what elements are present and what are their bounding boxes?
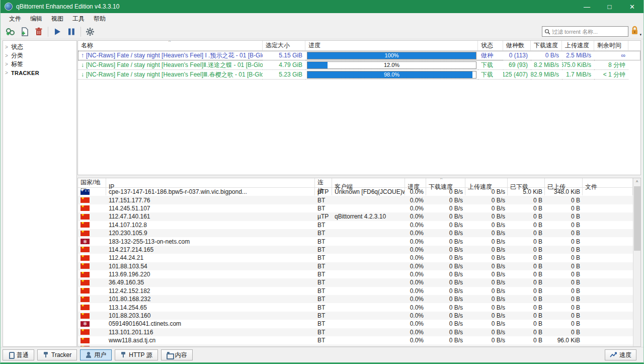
peer-column-header[interactable]: 已下载 xyxy=(508,178,545,195)
sidebar-item-group[interactable]: > 标签 xyxy=(3,60,76,68)
peer-column-header[interactable]: 已上传 xyxy=(545,178,583,195)
tab-http-source[interactable]: HTTP 源 xyxy=(115,349,157,360)
peer-downloaded: 0 B xyxy=(508,278,545,286)
peer-row[interactable]: 112.42.152.182 BT 0.0% 0 B/s 0 B/s 0 B 0… xyxy=(78,287,633,295)
torrent-dl-speed: 82.9 MiB/s xyxy=(531,70,562,80)
peer-row[interactable]: 117.151.177.76 BT 0.0% 0 B/s 0 B/s 0 B 0… xyxy=(78,196,633,204)
peer-downloaded: 0 B xyxy=(508,303,545,311)
peer-column-header[interactable]: 客户端 xyxy=(332,178,405,195)
peer-uploaded: 0 B xyxy=(545,328,583,336)
add-torrent-link-button[interactable] xyxy=(4,25,18,38)
peer-downloaded: 0 B xyxy=(508,204,545,212)
peer-row[interactable]: 36.49.160.35 BT 0.0% 0 B/s 0 B/s 0 B 0 B xyxy=(78,278,633,286)
menu-item[interactable]: 文件 xyxy=(5,14,26,24)
peer-connection: BT xyxy=(315,312,332,320)
torrent-column-header[interactable]: 下载速度 xyxy=(531,41,562,50)
tab-peers[interactable]: 用户 xyxy=(80,349,112,360)
scrollbar-thumb[interactable] xyxy=(634,186,640,251)
peer-row[interactable]: 101.88.103.54 BT 0.0% 0 B/s 0 B/s 0 B 0 … xyxy=(78,262,633,270)
sidebar-item-group[interactable]: > 状态 xyxy=(3,43,76,51)
resume-button[interactable] xyxy=(50,25,64,38)
peer-connection: BT xyxy=(315,229,332,237)
peer-row[interactable]: 114.245.51.107 BT 0.0% 0 B/s 0 B/s 0 B 0… xyxy=(78,204,633,212)
peer-client xyxy=(332,303,405,311)
menu-item[interactable]: 视图 xyxy=(47,14,68,24)
peer-row[interactable]: 112.47.140.161 µTP qBittorrent 4.2.3.10 … xyxy=(78,212,633,221)
peer-row[interactable]: 112.44.24.21 BT 0.0% 0 B/s 0 B/s 0 B 0 B xyxy=(78,254,633,262)
maximize-button[interactable]: □ xyxy=(598,0,621,13)
peer-column-header[interactable]: 文件 xyxy=(583,178,633,195)
peer-row[interactable]: www118.asd.tj.cn BT 0.0% 0 B/s 0 B/s 0 B… xyxy=(78,336,633,344)
peer-row[interactable]: 114.217.214.165 BT 0.0% 0 B/s 0 B/s 0 B … xyxy=(78,246,633,254)
tab-tracker[interactable]: Tracker xyxy=(37,349,77,360)
sidebar-item-tracker[interactable]: > TRACKER xyxy=(3,68,76,77)
close-button[interactable]: ✕ xyxy=(621,0,643,13)
peer-client xyxy=(332,221,405,229)
menu-item[interactable]: 帮助 xyxy=(89,14,110,24)
peer-connection: BT xyxy=(315,320,332,328)
options-button[interactable] xyxy=(83,25,97,38)
torrent-column-header[interactable]: 做种数 xyxy=(503,41,531,50)
country-flag-icon xyxy=(80,280,90,285)
country-flag-icon xyxy=(80,255,90,261)
peer-files xyxy=(583,254,633,262)
peer-row[interactable]: 101.80.168.232 BT 0.0% 0 B/s 0 B/s 0 B 0… xyxy=(78,295,633,303)
tab-content[interactable]: 内容 xyxy=(161,349,193,360)
torrent-row[interactable]: ↑[NC-Raws] Fate / stay night [Heaven's F… xyxy=(78,51,640,60)
peer-row[interactable]: 059149016041.ctinets.com BT 0.0% 0 B/s 0… xyxy=(78,320,633,328)
sidebar-item-group[interactable]: > 分类 xyxy=(3,51,76,60)
minimize-button[interactable]: — xyxy=(576,0,598,13)
torrent-column-header[interactable]: 状态 xyxy=(478,41,503,50)
peer-connection: µTP xyxy=(315,212,332,221)
peer-dl-speed: 0 B/s xyxy=(426,287,465,295)
peer-files xyxy=(583,270,633,278)
peer-row[interactable]: 101.88.203.160 BT 0.0% 0 B/s 0 B/s 0 B 0… xyxy=(78,312,633,320)
peer-files xyxy=(583,221,633,229)
peer-row[interactable]: 113.14.254.65 BT 0.0% 0 B/s 0 B/s 0 B 0 … xyxy=(78,303,633,311)
peer-row[interactable]: 113.69.196.220 BT 0.0% 0 B/s 0 B/s 0 B 0… xyxy=(78,270,633,278)
torrent-row[interactable]: ↓[NC-Raws] Fate / stay night [Heaven's F… xyxy=(78,70,640,80)
speed-tab-button[interactable]: 速度 xyxy=(605,349,636,360)
torrent-column-header[interactable]: 选定大小 xyxy=(263,41,305,50)
delete-button[interactable] xyxy=(32,25,46,38)
speed-chart-icon xyxy=(610,352,617,358)
menu-item[interactable]: 工具 xyxy=(68,14,89,24)
torrent-row[interactable]: ↓[NC-Raws] Fate / stay night [Heaven's F… xyxy=(78,60,640,70)
search-filter xyxy=(542,26,628,37)
peer-ul-speed: 0 B/s xyxy=(465,212,508,221)
add-torrent-file-button[interactable] xyxy=(18,25,32,38)
peer-column-header[interactable]: 下载速度 xyxy=(426,178,465,195)
pause-button[interactable] xyxy=(64,25,78,38)
torrent-dl-speed: 8.2 MiB/s xyxy=(531,60,562,70)
peer-files xyxy=(583,204,633,212)
peer-row[interactable] xyxy=(78,344,633,346)
torrent-column-header[interactable]: 剩余时间 xyxy=(594,41,628,50)
country-flag-icon xyxy=(80,313,90,319)
peer-connection: BT xyxy=(315,336,332,344)
scroll-up-icon[interactable]: ^ xyxy=(633,178,640,186)
peer-column-header[interactable]: 上传速度 xyxy=(465,178,508,195)
peer-column-header[interactable]: 进度 xyxy=(405,178,426,195)
direction-arrow-icon: ↓ xyxy=(81,71,84,78)
peer-downloaded: 0 B xyxy=(508,320,545,328)
resume-icon xyxy=(53,28,61,36)
tab-general[interactable]: 普通 xyxy=(3,349,34,360)
peer-scrollbar[interactable]: ^ xyxy=(633,178,640,346)
peer-row[interactable]: 120.230.105.9 BT 0.0% 0 B/s 0 B/s 0 B 0 … xyxy=(78,229,633,237)
peer-column-header[interactable]: IP xyxy=(106,178,315,195)
peer-column-header[interactable]: 连接 xyxy=(315,178,332,195)
menu-item[interactable]: 编辑 xyxy=(26,14,47,24)
peer-connection: BT xyxy=(315,221,332,229)
peer-files xyxy=(583,287,633,295)
direction-arrow-icon: ↓ xyxy=(81,61,84,68)
torrent-ul-speed: 1.7 MiB/s xyxy=(562,70,594,80)
peer-row[interactable]: 183-132-255-113-on-nets.com BT 0.0% 0 B/… xyxy=(78,237,633,245)
torrent-column-header[interactable]: 进度 xyxy=(305,41,478,50)
peer-row[interactable]: 113.101.201.116 BT 0.0% 0 B/s 0 B/s 0 B … xyxy=(78,328,633,336)
peer-row[interactable]: 114.107.102.8 BT 0.0% 0 B/s 0 B/s 0 B 0 … xyxy=(78,221,633,229)
search-input[interactable] xyxy=(552,29,626,35)
torrent-table-header: 名称选定大小进度状态做种数下载速度上传速度剩余时间 xyxy=(78,41,640,51)
torrent-column-header[interactable]: 上传速度 xyxy=(562,41,594,50)
peer-downloaded: 0 B xyxy=(508,246,545,254)
lock-button[interactable]: ▾ xyxy=(630,26,640,37)
